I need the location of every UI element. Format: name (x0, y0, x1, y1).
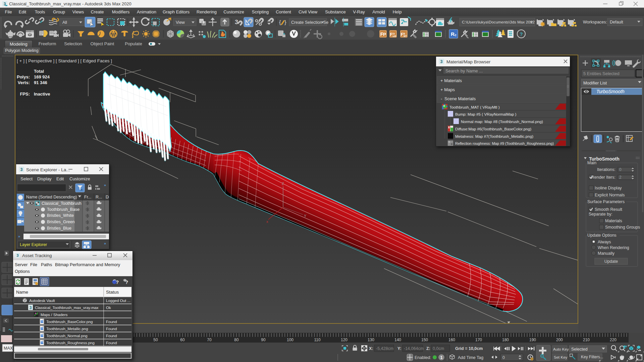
svg-text:Isoline Display: Isoline Display (595, 186, 622, 190)
svg-text:FPS:: FPS: (20, 92, 30, 97)
svg-text:Scene Explorer - La...: Scene Explorer - La... (26, 167, 70, 172)
svg-text:Selected: Selected (571, 347, 588, 352)
svg-text:?: ? (520, 31, 523, 37)
svg-text:3: 3 (20, 167, 23, 172)
svg-text:Enabled:: Enabled: (415, 355, 431, 360)
svg-text:Diffuse:Map #6(Toothbrush_Base: Diffuse:Map #6(Toothbrush_BaseColor.png) (455, 127, 531, 131)
svg-text:3: 3 (235, 19, 238, 25)
svg-text:Verts:: Verts: (18, 80, 30, 85)
svg-text:Edit: Edit (56, 176, 64, 181)
svg-text:Fr...: Fr... (84, 195, 92, 199)
svg-text:0,0cm: 0,0cm (433, 346, 444, 351)
svg-text:Toothbrush_MAT ( VRayMtl ): Toothbrush_MAT ( VRayMtl ) (449, 105, 500, 109)
svg-text:c: c (454, 33, 457, 37)
svg-text:LD: LD (393, 35, 396, 38)
svg-text:F: F (390, 32, 393, 37)
svg-text:Options: Options (15, 269, 30, 274)
svg-text:Server: Server (15, 262, 28, 267)
svg-text:120: 120 (341, 338, 347, 342)
svg-text:0: 0 (619, 167, 622, 172)
svg-text:Total: Total (34, 69, 44, 74)
svg-text:Ok: Ok (106, 306, 111, 310)
svg-text:5 Entities Selected: 5 Entities Selected (583, 71, 620, 76)
svg-text:0: 0 (502, 355, 505, 360)
svg-text:ST: ST (404, 35, 407, 38)
svg-text:x: x (266, 220, 268, 224)
svg-text:Reflection roughness: Map #9 (: Reflection roughness: Map #9 (Toothbrush… (455, 141, 554, 145)
svg-text:View: View (176, 20, 185, 25)
svg-text:R: R (451, 31, 454, 37)
svg-text:Iterations:: Iterations: (597, 167, 615, 172)
svg-text:Display: Display (37, 176, 52, 181)
svg-text:Layer Explorer: Layer Explorer (20, 242, 47, 247)
svg-text:150: 150 (421, 338, 428, 342)
svg-text:190: 190 (529, 338, 536, 342)
svg-text:Always: Always (598, 240, 611, 244)
svg-text:170: 170 (475, 338, 482, 342)
svg-text:Modifier List: Modifier List (583, 80, 607, 85)
svg-text:Paths: Paths (41, 262, 52, 267)
svg-text:Update Options: Update Options (587, 233, 616, 238)
svg-text:Name: Name (16, 290, 28, 295)
svg-text:F: F (401, 32, 404, 37)
svg-text:Name (Sorted Descending): Name (Sorted Descending) (26, 195, 77, 199)
svg-text:Auto Key: Auto Key (553, 347, 569, 351)
svg-text:Workspaces:: Workspaces: (583, 20, 607, 24)
svg-text:Logged Out ...: Logged Out ... (106, 299, 130, 303)
svg-text:[ + ] [ Perspective ] [ Standa: [ + ] [ Perspective ] [ Standard ] [ Edg… (17, 58, 112, 63)
svg-text:Toothbrush_Metallic.png: Toothbrush_Metallic.png (46, 327, 88, 331)
svg-text:Add Time Tag: Add Time Tag (458, 355, 483, 360)
svg-text:»: » (104, 183, 106, 187)
svg-text:-: - (441, 96, 442, 101)
svg-text:90: 90 (261, 338, 266, 342)
svg-text:+ Materials: + Materials (440, 78, 462, 83)
svg-text:Bristles_Green: Bristles_Green (47, 220, 75, 224)
svg-text:220: 220 (610, 338, 616, 342)
svg-text:Surface Parameters: Surface Parameters (587, 199, 625, 204)
svg-text:All: All (62, 20, 67, 25)
svg-text:Update: Update (604, 259, 618, 264)
svg-text:X:: X: (369, 346, 373, 351)
svg-text:Y: Y (304, 214, 307, 218)
svg-text:Smoothing Groups: Smoothing Groups (605, 225, 640, 230)
svg-text:}: } (284, 19, 286, 25)
svg-text:Found: Found (106, 341, 117, 345)
svg-text:3: 3 (440, 59, 443, 64)
svg-text:Smooth Result: Smooth Result (595, 207, 623, 212)
svg-text:Polys:: Polys: (17, 74, 30, 79)
svg-text:Autodesk Vault: Autodesk Vault (29, 299, 55, 303)
svg-text:Z: Z (282, 182, 284, 186)
svg-text:Scene Materials: Scene Materials (444, 96, 476, 101)
svg-text:Select: Select (20, 176, 33, 181)
svg-text:C:\Users\lukya\Documents\3ds M: C:\Users\lukya\Documents\3ds Max 2022 (462, 20, 535, 24)
svg-text:Found: Found (106, 334, 117, 338)
svg-text:P: P (383, 32, 386, 37)
svg-text:Search by Name ...: Search by Name ... (445, 68, 483, 73)
svg-text:3: 3 (30, 305, 32, 310)
svg-text:Explicit Normals: Explicit Normals (595, 193, 625, 197)
svg-text:Bristles_White: Bristles_White (47, 213, 74, 218)
svg-text:File: File (30, 262, 37, 267)
svg-text:Found: Found (106, 327, 117, 331)
svg-text:»: » (104, 241, 106, 245)
svg-text:Toothbrush_BaseColor.png: Toothbrush_BaseColor.png (46, 320, 93, 324)
svg-text:Toothbrush_Roughness.png: Toothbrush_Roughness.png (46, 341, 95, 345)
svg-text:Separate by:: Separate by: (589, 212, 612, 217)
svg-text:When Rendering: When Rendering (598, 245, 629, 250)
svg-text:200: 200 (556, 338, 563, 342)
svg-text:Metalness: Map #7(Toothbrush_M: Metalness: Map #7(Toothbrush_Metallic.pn… (455, 134, 533, 138)
svg-text:{: { (279, 19, 281, 25)
svg-text:»: » (18, 234, 20, 238)
svg-text:?: ? (116, 279, 119, 285)
svg-text:Classical_Toothbrush: Classical_Toothbrush (42, 201, 82, 206)
svg-text:Toothbrush_Base: Toothbrush_Base (47, 207, 79, 212)
svg-text:-14,064cm: -14,064cm (404, 346, 424, 351)
svg-text:Default: Default (610, 20, 623, 24)
svg-text:Bitmap Performance and Memory: Bitmap Performance and Memory (55, 262, 120, 267)
svg-text:Set Key: Set Key (554, 355, 568, 359)
svg-text:169 924: 169 924 (34, 74, 50, 79)
svg-text:60: 60 (180, 338, 185, 342)
svg-text:Z:: Z: (426, 346, 430, 351)
svg-text:1: 1 (440, 355, 443, 360)
svg-text:130: 130 (368, 338, 374, 342)
